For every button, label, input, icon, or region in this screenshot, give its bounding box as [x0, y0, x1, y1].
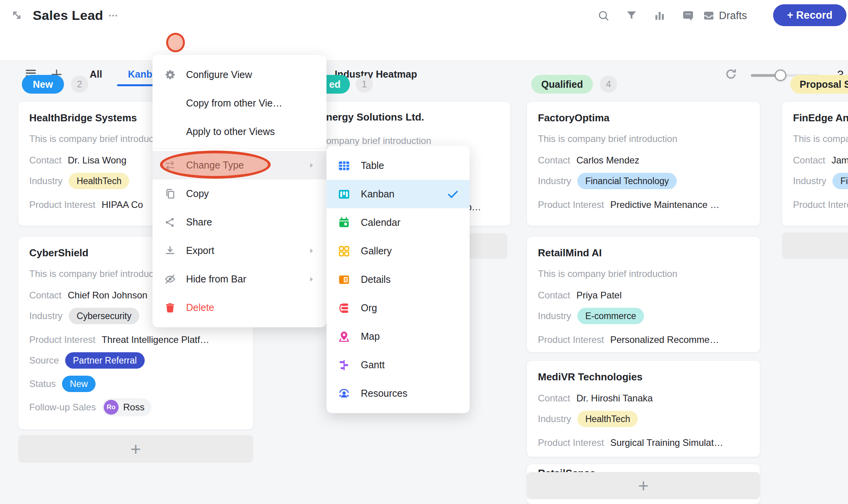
- industry-tag: HealthTech: [69, 173, 129, 189]
- card-title: FactoryOptima: [538, 112, 749, 124]
- view-type-label: Gantt: [361, 359, 459, 371]
- menu-item-copy[interactable]: Copy: [153, 179, 326, 208]
- drafts-label[interactable]: Drafts: [719, 10, 747, 22]
- field-label-industry: Industry: [538, 311, 571, 321]
- menu-item-export[interactable]: Export: [153, 236, 326, 265]
- product-value: Predictive Maintenance …: [610, 199, 719, 210]
- field-label-status: Status: [29, 378, 56, 389]
- industry-tag: Financial Technology: [577, 173, 676, 189]
- calendar-view-icon: [337, 217, 351, 229]
- add-record-button[interactable]: + Record: [773, 4, 846, 26]
- org-view-icon: [337, 302, 351, 314]
- column-pill-qualified[interactable]: Qualified: [531, 75, 593, 94]
- count-value: 1: [362, 79, 367, 90]
- check-icon: [446, 188, 459, 201]
- view-type-details[interactable]: Details: [326, 265, 470, 294]
- gear-icon: [163, 69, 177, 81]
- member-name: Ross: [123, 402, 145, 413]
- view-type-table[interactable]: Table: [326, 151, 470, 180]
- details-view-icon: [337, 273, 351, 286]
- view-type-label: Org: [361, 302, 459, 314]
- card-description: This is company brief introduction: [538, 268, 749, 280]
- industry-tag: Cybersecurity: [69, 308, 139, 324]
- industry-tag: HealthTech: [577, 411, 638, 427]
- download-icon: [163, 245, 177, 257]
- refresh-icon[interactable]: [724, 67, 738, 81]
- menu-item-label: Share: [186, 217, 316, 228]
- drafts-inbox-icon[interactable]: [703, 9, 715, 22]
- column-label-fragment: Proposal Se: [800, 79, 848, 90]
- card-title: MediVR Technologies: [538, 371, 749, 383]
- add-card-button-col1[interactable]: +: [18, 435, 253, 463]
- gallery-view-icon: [337, 245, 351, 257]
- menu-item-hide-from-bar[interactable]: Hide from Bar: [153, 265, 326, 293]
- expand-icon[interactable]: [10, 9, 23, 22]
- column-count-new: 2: [71, 76, 88, 93]
- add-card-button-col4[interactable]: [782, 232, 848, 259]
- table-view-icon: [337, 160, 351, 172]
- product-value: Personalized Recomme…: [610, 334, 719, 345]
- more-icon[interactable]: [108, 10, 119, 21]
- menu-item-configure-view[interactable]: Configure View: [153, 60, 326, 89]
- menu-item-delete[interactable]: Delete: [153, 293, 326, 322]
- view-type-resources[interactable]: Resources: [326, 379, 470, 408]
- field-label-industry: Industry: [29, 311, 62, 321]
- add-record-label: + Record: [787, 9, 832, 21]
- field-label-product: Product Interest: [29, 334, 95, 345]
- add-card-button-col3[interactable]: +: [527, 472, 760, 499]
- view-type-org[interactable]: Org: [326, 294, 470, 322]
- column-label: Qualified: [541, 79, 583, 90]
- view-type-gallery[interactable]: Gallery: [326, 237, 470, 265]
- contact-value: Dr. Lisa Wong: [68, 155, 126, 166]
- card-medivr[interactable]: MediVR Technologies Contact Dr. Hiroshi …: [527, 361, 760, 457]
- tab-all[interactable]: All: [90, 69, 102, 80]
- gantt-view-icon: [337, 359, 351, 371]
- field-label-industry: Industry: [29, 176, 62, 186]
- card-retailmind[interactable]: RetailMind AI This is company brief intr…: [527, 237, 760, 352]
- contact-value: Chief Ron Johnson: [68, 290, 147, 301]
- view-type-map[interactable]: Map: [326, 322, 470, 351]
- view-type-kanban[interactable]: Kanban: [326, 180, 470, 208]
- menu-item-label: Export: [186, 245, 302, 256]
- view-type-gantt[interactable]: Gantt: [326, 351, 470, 379]
- view-type-calendar[interactable]: Calendar: [326, 208, 470, 237]
- share-icon: [163, 217, 177, 228]
- card-factoryoptima[interactable]: FactoryOptima This is company brief intr…: [527, 102, 760, 226]
- menu-item-apply-to-other-views[interactable]: Apply to other Views: [153, 117, 326, 146]
- search-icon[interactable]: [597, 9, 610, 22]
- column-pill-proposal[interactable]: Proposal Se: [790, 75, 848, 94]
- chart-icon[interactable]: [653, 9, 666, 22]
- column-label-fragment: ed: [329, 79, 341, 90]
- menu-item-label: Delete: [186, 302, 316, 313]
- view-type-label: Kanban: [361, 188, 442, 200]
- followup-member: Ro Ross: [102, 398, 152, 416]
- view-type-label: Calendar: [361, 217, 459, 228]
- page-title: Sales Lead: [33, 8, 103, 23]
- field-label-industry: Industry: [538, 413, 571, 424]
- menu-item-copy-from-other-views[interactable]: Copy from other Vie…: [153, 89, 326, 117]
- field-label-contact: Contact: [793, 155, 825, 166]
- field-label-product: Product Interest: [793, 199, 848, 210]
- product-value: HIPAA Co: [101, 199, 143, 210]
- card-finedge[interactable]: FinEdge An This is compa Contact Jam Ind…: [782, 102, 848, 226]
- column-count-contacted: 1: [356, 76, 373, 93]
- contact-value-fragment: Jam: [832, 155, 848, 166]
- column-label: New: [33, 79, 53, 90]
- submenu-arrow-icon: [306, 274, 316, 284]
- field-label-industry: Industry: [793, 176, 826, 186]
- view-context-menu: Configure View Copy from other Vie… Appl…: [153, 55, 326, 327]
- contact-value: Dr. Hiroshi Tanaka: [577, 393, 653, 404]
- row-height-slider-knob[interactable]: [775, 69, 786, 81]
- menu-item-label: Change Type: [186, 160, 302, 171]
- menu-item-share[interactable]: Share: [153, 208, 326, 236]
- contact-value: Carlos Mendez: [577, 155, 639, 166]
- field-label-followup: Follow-up Sales: [29, 402, 96, 413]
- card-title: RetailMind AI: [538, 247, 749, 259]
- menu-item-change-type[interactable]: Change Type: [153, 151, 326, 179]
- view-type-label: Gallery: [361, 245, 459, 257]
- column-pill-new[interactable]: New: [22, 75, 64, 94]
- comment-icon[interactable]: [682, 9, 694, 22]
- menu-divider: [153, 148, 326, 149]
- card-title-fragment: FinEdge An: [793, 112, 848, 124]
- filter-icon[interactable]: [625, 9, 638, 22]
